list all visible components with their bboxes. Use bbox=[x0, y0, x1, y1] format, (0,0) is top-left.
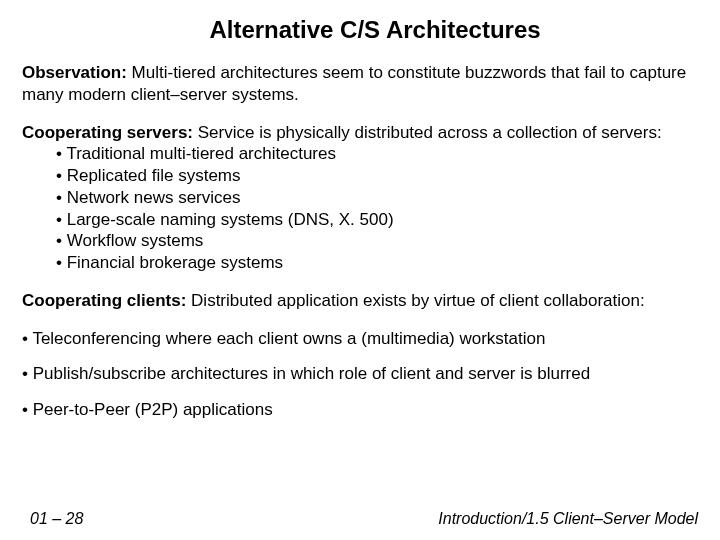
list-item: Network news services bbox=[56, 187, 698, 209]
list-item: Teleconferencing where each client owns … bbox=[22, 328, 698, 350]
coop-clients-list: Teleconferencing where each client owns … bbox=[22, 328, 698, 421]
list-item: Replicated file systems bbox=[56, 165, 698, 187]
list-item: Financial brokerage systems bbox=[56, 252, 698, 274]
list-item: Workflow systems bbox=[56, 230, 698, 252]
coop-servers-text: Service is physically distributed across… bbox=[193, 123, 662, 142]
coop-servers-lead: Cooperating servers: bbox=[22, 123, 193, 142]
coop-servers-block: Cooperating servers: Service is physical… bbox=[22, 122, 698, 274]
coop-clients-text: Distributed application exists by virtue… bbox=[186, 291, 644, 310]
slide: Alternative C/S Architectures Observatio… bbox=[0, 0, 720, 540]
coop-servers-list: Traditional multi-tiered architectures R… bbox=[22, 143, 698, 274]
coop-clients-lead: Cooperating clients: bbox=[22, 291, 186, 310]
list-item: Traditional multi-tiered architectures bbox=[56, 143, 698, 165]
footer: 01 – 28 Introduction/1.5 Client–Server M… bbox=[30, 510, 698, 528]
observation-block: Observation: Multi-tiered architectures … bbox=[22, 62, 698, 106]
slide-title: Alternative C/S Architectures bbox=[22, 16, 698, 44]
list-item: Publish/subscribe architectures in which… bbox=[22, 363, 698, 385]
observation-lead: Observation: bbox=[22, 63, 127, 82]
coop-clients-block: Cooperating clients: Distributed applica… bbox=[22, 290, 698, 312]
list-item: Peer-to-Peer (P2P) applications bbox=[22, 399, 698, 421]
footer-page: 01 – 28 bbox=[30, 510, 83, 528]
footer-section: Introduction/1.5 Client–Server Model bbox=[438, 510, 698, 528]
list-item: Large-scale naming systems (DNS, X. 500) bbox=[56, 209, 698, 231]
